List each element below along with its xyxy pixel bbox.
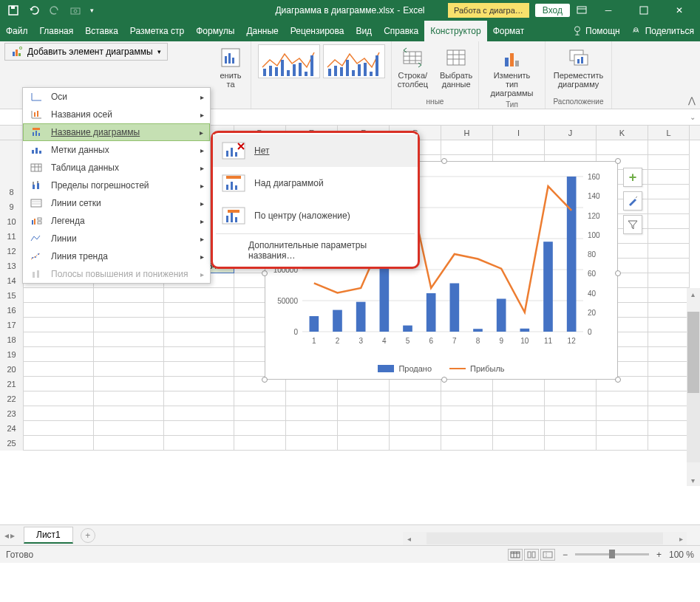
col-header-i[interactable]: I bbox=[493, 126, 545, 140]
menu-chart-title[interactable]: Название диаграммы▸ bbox=[23, 123, 210, 141]
menu-gridlines[interactable]: Линии сетки▸ bbox=[23, 194, 210, 212]
submenu-none[interactable]: Нет bbox=[213, 134, 418, 167]
switch-row-col-button[interactable]: Строка/ столбец bbox=[393, 44, 432, 90]
zoom-slider[interactable] bbox=[575, 553, 649, 555]
svg-text:2: 2 bbox=[336, 337, 340, 345]
svg-point-62 bbox=[38, 253, 39, 255]
ribbon-display-icon[interactable] bbox=[576, 4, 588, 16]
menu-trendline[interactable]: Линия тренда▸ bbox=[23, 247, 210, 265]
svg-rect-55 bbox=[31, 199, 41, 207]
page-layout-view-button[interactable] bbox=[524, 549, 539, 561]
col-header-j[interactable]: J bbox=[545, 126, 597, 140]
zoom-in-button[interactable]: + bbox=[656, 550, 662, 560]
share-button[interactable]: Поделиться bbox=[626, 21, 700, 41]
login-button[interactable]: Вход bbox=[535, 4, 570, 17]
quick-layout-button[interactable]: енить та bbox=[214, 44, 247, 90]
svg-rect-50 bbox=[35, 148, 38, 154]
svg-rect-17 bbox=[293, 64, 296, 76]
tell-me[interactable]: Помощн bbox=[566, 21, 626, 41]
svg-text:50000: 50000 bbox=[277, 297, 298, 305]
zoom-out-button[interactable]: − bbox=[563, 550, 568, 560]
chart-brush-button[interactable] bbox=[623, 191, 642, 211]
qat-dropdown-icon[interactable]: ▾ bbox=[90, 7, 94, 14]
style-thumb-1[interactable] bbox=[258, 44, 320, 78]
horizontal-scrollbar[interactable]: ◂▸ bbox=[403, 532, 687, 545]
add-chart-element-button[interactable]: Добавить элемент диаграммы ▾ bbox=[4, 43, 168, 61]
sheet-tab-1[interactable]: Лист1 bbox=[24, 527, 73, 544]
add-sheet-button[interactable]: + bbox=[81, 528, 95, 543]
expand-formula-bar-icon[interactable]: ⌄ bbox=[690, 113, 696, 121]
svg-rect-12 bbox=[263, 69, 266, 76]
svg-point-60 bbox=[32, 257, 33, 259]
sheet-nav-next-icon[interactable]: ▸ bbox=[10, 530, 15, 541]
tab-insert[interactable]: Вставка bbox=[79, 21, 124, 41]
zoom-level[interactable]: 100 % bbox=[669, 550, 694, 560]
svg-rect-44 bbox=[37, 111, 38, 117]
tab-file[interactable]: Файл bbox=[0, 21, 34, 41]
minimize-button[interactable]: ─ bbox=[594, 0, 623, 21]
tab-data[interactable]: Данные bbox=[240, 21, 284, 41]
tab-help[interactable]: Справка bbox=[378, 21, 424, 41]
vertical-scrollbar[interactable]: ▴▾ bbox=[687, 288, 700, 486]
menu-error-bars[interactable]: Пределы погрешностей▸ bbox=[23, 177, 210, 194]
tab-formulas[interactable]: Формулы bbox=[190, 21, 240, 41]
select-all-corner[interactable] bbox=[0, 126, 24, 140]
menu-data-table[interactable]: Таблица данных▸ bbox=[23, 159, 210, 177]
svg-rect-52 bbox=[31, 164, 41, 171]
svg-rect-11 bbox=[232, 58, 234, 64]
tab-layout[interactable]: Разметка стр bbox=[124, 21, 190, 41]
svg-rect-5 bbox=[640, 7, 648, 14]
close-button[interactable]: ✕ bbox=[665, 0, 694, 21]
svg-rect-109 bbox=[520, 329, 530, 332]
sheet-nav-prev-icon[interactable]: ◂ bbox=[4, 530, 9, 541]
menu-legend[interactable]: Легенда▸ bbox=[23, 212, 210, 230]
redo-icon[interactable] bbox=[49, 4, 61, 16]
chart-filter-button[interactable] bbox=[623, 215, 642, 234]
submenu-center[interactable]: По центру (наложение) bbox=[213, 199, 418, 232]
menu-axis-titles[interactable]: Названия осей▸ bbox=[23, 106, 210, 123]
svg-rect-48 bbox=[38, 133, 40, 136]
svg-rect-127 bbox=[543, 552, 552, 558]
svg-rect-56 bbox=[32, 220, 33, 225]
svg-rect-73 bbox=[235, 185, 237, 190]
menu-lines[interactable]: Линии▸ bbox=[23, 230, 210, 247]
style-thumb-2[interactable] bbox=[323, 44, 385, 78]
chart-plus-button[interactable]: + bbox=[623, 168, 642, 187]
svg-rect-13 bbox=[269, 66, 272, 76]
svg-text:4: 4 bbox=[382, 337, 387, 345]
chart-styles-gallery[interactable] bbox=[258, 44, 385, 78]
select-data-button[interactable]: Выбрать данные bbox=[435, 44, 477, 90]
save-icon[interactable] bbox=[7, 4, 19, 16]
svg-rect-21 bbox=[328, 69, 331, 76]
svg-text:10: 10 bbox=[520, 337, 529, 345]
tab-home[interactable]: Главная bbox=[34, 21, 80, 41]
submenu-above[interactable]: Над диаграммой bbox=[213, 167, 418, 199]
tab-view[interactable]: Вид bbox=[350, 21, 378, 41]
camera-icon[interactable] bbox=[69, 4, 81, 16]
page-break-view-button[interactable] bbox=[540, 549, 555, 561]
normal-view-button[interactable] bbox=[508, 549, 523, 561]
col-header-h[interactable]: H bbox=[441, 126, 493, 140]
maximize-button[interactable] bbox=[629, 0, 659, 21]
svg-rect-27 bbox=[364, 63, 367, 76]
svg-rect-31 bbox=[447, 50, 465, 65]
undo-icon[interactable] bbox=[28, 4, 40, 16]
move-chart-button[interactable]: Переместить диаграмму bbox=[549, 44, 608, 90]
svg-rect-72 bbox=[231, 182, 233, 190]
tab-designer[interactable]: Конструктор bbox=[424, 21, 486, 41]
tab-format[interactable]: Формат bbox=[487, 21, 531, 41]
svg-point-3 bbox=[74, 10, 77, 13]
change-chart-type-button[interactable]: Изменить тип диаграммы bbox=[483, 44, 540, 99]
col-header-l[interactable]: L bbox=[648, 126, 690, 140]
collapse-ribbon-icon[interactable]: ⋀ bbox=[688, 95, 696, 106]
col-header-k[interactable]: K bbox=[597, 126, 648, 140]
svg-text:7: 7 bbox=[452, 337, 457, 345]
submenu-more-options[interactable]: Дополнительные параметры названия… bbox=[213, 236, 418, 265]
svg-rect-16 bbox=[287, 70, 290, 76]
menu-data-labels[interactable]: Метки данных▸ bbox=[23, 141, 210, 159]
menu-axes[interactable]: Оси▸ bbox=[23, 88, 210, 106]
svg-rect-20 bbox=[310, 55, 313, 76]
svg-rect-124 bbox=[511, 552, 520, 558]
svg-rect-41 bbox=[18, 53, 21, 56]
tab-review[interactable]: Рецензирова bbox=[285, 21, 350, 41]
